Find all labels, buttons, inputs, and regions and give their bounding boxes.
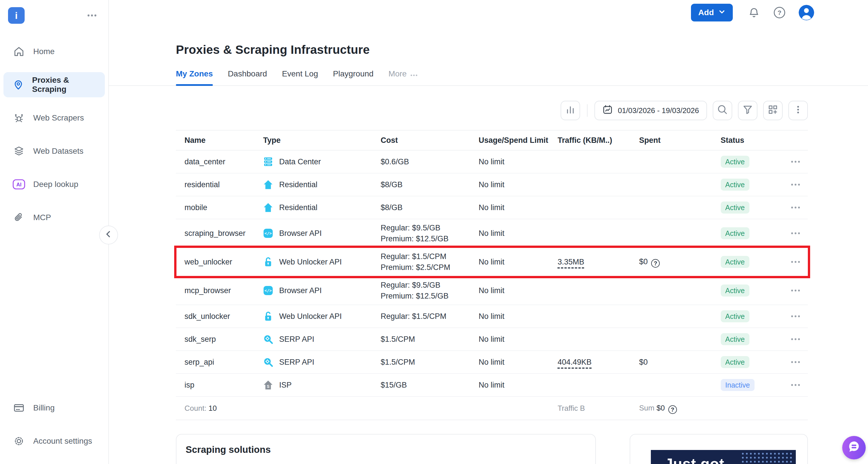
row-actions-icon[interactable]	[790, 361, 800, 364]
row-actions-icon[interactable]	[790, 384, 800, 387]
table-row[interactable]: sdk_serp SERP API $1.5/CPM No limit Acti…	[176, 328, 808, 351]
usage-graph-button[interactable]	[561, 101, 580, 120]
svg-text:S: S	[267, 384, 270, 389]
table-row[interactable]: web_unlocker Web Unlocker API Regular: $…	[176, 248, 808, 276]
promo-banner[interactable]: Just got	[651, 450, 796, 464]
table-row[interactable]: mcp_browser </>Browser API Regular: $9.5…	[176, 276, 808, 305]
zone-status: Active	[721, 227, 789, 239]
date-range-value: 01/03/2026 - 19/03/2026	[618, 106, 699, 115]
status-badge: Active	[721, 201, 749, 213]
zone-usage-limit: No limit	[479, 357, 558, 368]
table-row[interactable]: isp SISP $15/GB No limit Inactive	[176, 374, 808, 397]
zone-type: SISP	[263, 379, 380, 391]
zones-table: Name Type Cost Usage/Spend Limit Traffic…	[176, 130, 808, 420]
columns-button[interactable]	[763, 101, 783, 120]
spider-icon	[12, 112, 25, 124]
row-count: Count: 10	[176, 403, 263, 413]
tab-event-log[interactable]: Event Log	[282, 69, 318, 85]
help-icon[interactable]: ?	[773, 6, 786, 19]
zone-cost: $15/GB	[381, 379, 479, 391]
sidebar-nav: Home Proxies & Scraping Web Scrapers Web…	[0, 24, 108, 230]
tab-my-zones[interactable]: My Zones	[176, 69, 213, 85]
zone-name: scraping_browser	[176, 228, 263, 239]
row-actions-icon[interactable]	[790, 183, 800, 186]
zones-table-body: data_center Data Center $0.6/GB No limit…	[176, 151, 808, 397]
tab-playground[interactable]: Playground	[333, 69, 374, 85]
main-content: Add ? Proxies & Scraping Infrastructure …	[109, 0, 868, 464]
sidebar-more-icon[interactable]	[87, 14, 97, 17]
zone-cost: Regular: $9.5/GBPremium: $12.5/GB	[381, 223, 479, 244]
table-row[interactable]: residential Residential $8/GB No limit A…	[176, 173, 808, 196]
row-actions-icon[interactable]	[790, 289, 800, 292]
row-actions-icon[interactable]	[790, 160, 800, 163]
sidebar-item-label: Home	[33, 47, 55, 56]
notifications-bell-icon[interactable]	[748, 6, 760, 19]
column-header[interactable]: Usage/Spend Limit	[479, 135, 558, 146]
column-header[interactable]: Name	[176, 135, 263, 146]
brand-logo[interactable]: i	[8, 7, 25, 24]
app: i Home Proxies & Scraping Web Scrapers W…	[0, 0, 868, 464]
tab-dashboard[interactable]: Dashboard	[228, 69, 267, 85]
search-button[interactable]	[713, 101, 732, 120]
table-row[interactable]: scraping_browser </>Browser API Regular:…	[176, 219, 808, 248]
sidebar-item-deep-lookup[interactable]: AI Deep lookup	[3, 172, 105, 197]
isp-icon: S	[263, 380, 273, 390]
zone-usage-limit: No limit	[479, 379, 558, 391]
zone-status: Active	[721, 178, 789, 191]
table-row[interactable]: sdk_unlocker Web Unlocker API Regular: $…	[176, 305, 808, 328]
more-options-button[interactable]	[788, 101, 808, 120]
zone-traffic: 3.35MB	[557, 257, 639, 267]
residential-icon	[263, 202, 273, 213]
column-header[interactable]: Cost	[381, 135, 479, 146]
sidebar-item-proxies-scraping[interactable]: Proxies & Scraping	[3, 72, 105, 97]
zone-status: Active	[721, 256, 789, 268]
zone-usage-limit: No limit	[479, 228, 558, 239]
zone-name: data_center	[176, 156, 263, 167]
kebab-vertical-icon	[794, 105, 803, 116]
user-avatar[interactable]	[799, 5, 814, 20]
zone-status: Active	[721, 356, 789, 368]
gear-icon	[12, 435, 25, 447]
sidebar-item-web-datasets[interactable]: Web Datasets	[3, 138, 105, 164]
card-title: Scraping solutions	[186, 444, 586, 455]
sidebar-collapse-button[interactable]	[99, 226, 118, 244]
column-header[interactable]: Status	[721, 135, 789, 146]
sidebar-item-web-scrapers[interactable]: Web Scrapers	[3, 105, 105, 131]
sidebar-item-account-settings[interactable]: Account settings	[3, 429, 105, 454]
info-icon[interactable]: ?	[668, 405, 677, 414]
table-row[interactable]: data_center Data Center $0.6/GB No limit…	[176, 151, 808, 173]
sidebar-item-label: Web Scrapers	[33, 113, 84, 123]
row-actions-icon[interactable]	[790, 206, 800, 209]
table-row[interactable]: serp_api SERP API $1.5/CPM No limit 404.…	[176, 351, 808, 374]
sidebar-item-home[interactable]: Home	[3, 39, 105, 64]
info-icon[interactable]: ?	[651, 259, 660, 268]
zone-cost: $0.6/GB	[381, 156, 479, 167]
add-button[interactable]: Add	[691, 4, 733, 22]
status-badge: Active	[721, 356, 749, 368]
zone-name: sdk_unlocker	[176, 311, 263, 322]
column-header[interactable]: Type	[263, 135, 380, 146]
unlocker-icon	[263, 311, 273, 322]
filter-button[interactable]	[738, 101, 757, 120]
date-range-button[interactable]: 01/03/2026 - 19/03/2026	[594, 101, 707, 120]
status-badge: Active	[721, 310, 749, 322]
bottom-cards: Scraping solutions Increase scraping suc…	[176, 434, 808, 464]
row-actions-icon[interactable]	[790, 338, 800, 341]
row-actions-icon[interactable]	[790, 261, 800, 263]
scraping-solutions-card: Scraping solutions Increase scraping suc…	[176, 434, 596, 464]
tab-more[interactable]: More	[389, 69, 418, 85]
sidebar-item-mcp[interactable]: MCP	[3, 205, 105, 230]
column-header[interactable]: Traffic (KB/M..)	[557, 135, 639, 146]
table-footer-row: Count: 10 Traffic B Sum $0?	[176, 397, 808, 420]
sidebar-item-billing[interactable]: Billing	[3, 395, 105, 421]
chat-button[interactable]	[842, 436, 866, 459]
column-header[interactable]: Spent	[639, 135, 721, 146]
row-actions-icon[interactable]	[790, 315, 800, 318]
sidebar-item-label: Billing	[33, 403, 55, 412]
zone-status: Inactive	[721, 379, 789, 391]
status-badge: Active	[721, 178, 749, 191]
browser-api-icon: </>	[263, 228, 273, 238]
row-actions-icon[interactable]	[790, 232, 800, 235]
table-row[interactable]: mobile Residential $8/GB No limit Active	[176, 196, 808, 219]
ai-badge-icon: AI	[12, 179, 25, 190]
